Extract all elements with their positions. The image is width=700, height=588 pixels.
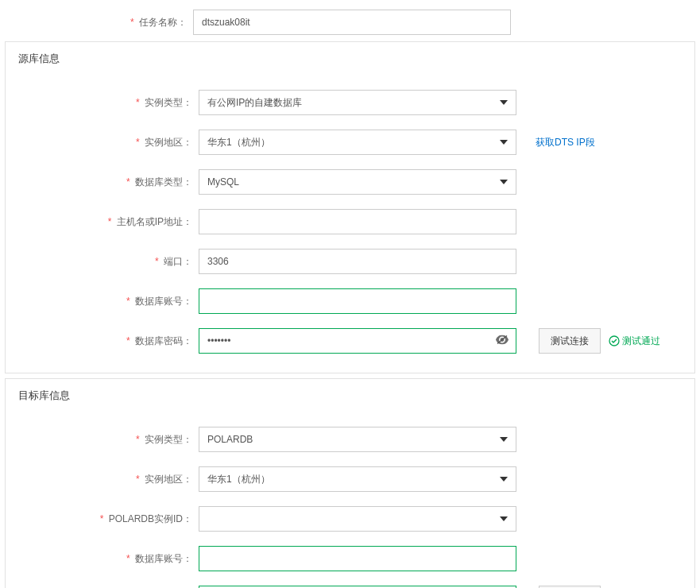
source-host-row: * 主机名或IP地址： bbox=[6, 209, 694, 234]
source-db-password-input[interactable] bbox=[199, 328, 516, 354]
source-instance-type-select[interactable]: 有公网IP的自建数据库 bbox=[199, 90, 516, 115]
target-polardb-id-row: * POLARDB实例ID： bbox=[6, 506, 694, 532]
required-asterisk: * bbox=[136, 474, 140, 485]
target-instance-region-row: * 实例地区： 华东1（杭州） bbox=[6, 466, 694, 492]
target-section-title: 目标库信息 bbox=[6, 379, 694, 419]
task-name-label: * 任务名称： bbox=[6, 16, 193, 29]
target-section: 目标库信息 * 实例类型： POLARDB * 实例地区： 华东1（杭州） * … bbox=[5, 378, 695, 588]
source-db-password-wrap bbox=[199, 328, 516, 354]
source-instance-type-label: * 实例类型： bbox=[12, 96, 199, 110]
task-name-input[interactable] bbox=[193, 10, 511, 35]
required-asterisk: * bbox=[155, 256, 159, 267]
required-asterisk: * bbox=[136, 137, 140, 148]
source-host-label: * 主机名或IP地址： bbox=[12, 215, 199, 229]
dts-ip-link[interactable]: 获取DTS IP段 bbox=[536, 136, 595, 149]
source-db-type-row: * 数据库类型： MySQL bbox=[6, 169, 694, 195]
required-asterisk: * bbox=[100, 513, 104, 524]
source-host-input[interactable] bbox=[199, 209, 516, 234]
source-instance-region-select[interactable]: 华东1（杭州） bbox=[199, 130, 516, 155]
required-asterisk: * bbox=[126, 176, 130, 188]
source-db-account-row: * 数据库账号： bbox=[6, 288, 694, 314]
target-instance-type-row: * 实例类型： POLARDB bbox=[6, 427, 694, 452]
source-instance-type-row: * 实例类型： 有公网IP的自建数据库 bbox=[6, 90, 694, 115]
task-name-row: * 任务名称： bbox=[0, 8, 700, 35]
target-instance-region-label: * 实例地区： bbox=[12, 473, 199, 486]
source-port-input[interactable] bbox=[199, 249, 516, 274]
target-polardb-id-label: * POLARDB实例ID： bbox=[12, 513, 199, 526]
source-section-title: 源库信息 bbox=[6, 42, 694, 82]
source-db-password-row: * 数据库密码： 测试连接 测试通过 bbox=[6, 328, 694, 354]
required-asterisk: * bbox=[136, 97, 140, 108]
target-instance-type-label: * 实例类型： bbox=[12, 433, 199, 447]
required-asterisk: * bbox=[136, 434, 140, 445]
source-db-account-input[interactable] bbox=[199, 288, 516, 314]
source-port-label: * 端口： bbox=[12, 255, 199, 269]
eye-icon[interactable] bbox=[496, 335, 509, 347]
target-instance-type-select[interactable]: POLARDB bbox=[199, 427, 516, 452]
check-circle-icon bbox=[609, 335, 620, 346]
source-test-status: 测试通过 bbox=[609, 335, 660, 348]
source-db-account-label: * 数据库账号： bbox=[12, 295, 199, 308]
source-db-type-select[interactable]: MySQL bbox=[199, 169, 516, 195]
required-asterisk: * bbox=[126, 553, 130, 564]
target-db-account-input[interactable] bbox=[199, 546, 516, 571]
source-db-type-label: * 数据库类型： bbox=[12, 176, 199, 189]
target-db-account-label: * 数据库账号： bbox=[12, 552, 199, 566]
required-asterisk: * bbox=[108, 216, 112, 227]
source-db-password-label: * 数据库密码： bbox=[12, 335, 199, 348]
source-instance-region-row: * 实例地区： 华东1（杭州） 获取DTS IP段 bbox=[6, 130, 694, 155]
target-polardb-id-select[interactable] bbox=[199, 506, 516, 532]
required-asterisk: * bbox=[126, 296, 130, 307]
target-instance-region-select[interactable]: 华东1（杭州） bbox=[199, 466, 516, 492]
source-instance-region-label: * 实例地区： bbox=[12, 136, 199, 149]
source-port-row: * 端口： bbox=[6, 249, 694, 274]
target-db-account-row: * 数据库账号： bbox=[6, 546, 694, 571]
source-section: 源库信息 * 实例类型： 有公网IP的自建数据库 * 实例地区： 华东1（杭州）… bbox=[5, 41, 695, 373]
source-test-connection-button[interactable]: 测试连接 bbox=[539, 328, 601, 354]
required-asterisk: * bbox=[126, 335, 130, 346]
required-asterisk: * bbox=[130, 17, 134, 28]
